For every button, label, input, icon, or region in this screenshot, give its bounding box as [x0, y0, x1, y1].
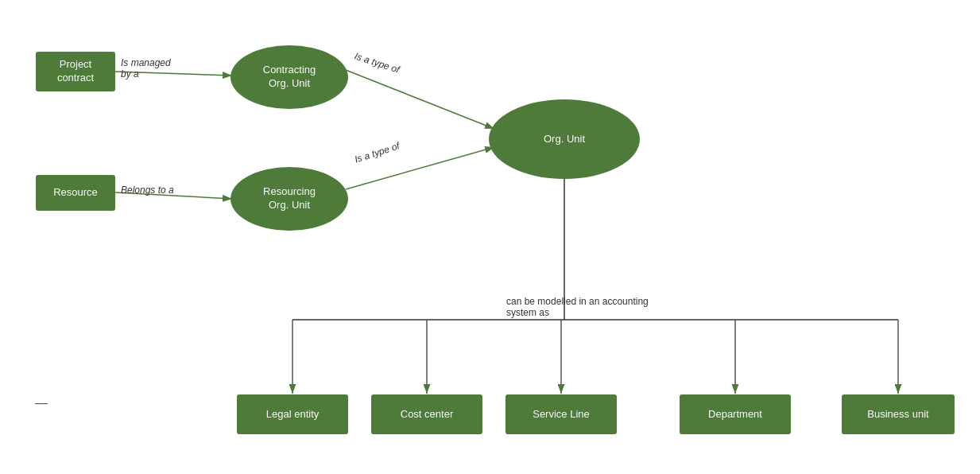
contracting-org-unit-node: ContractingOrg. Unit: [230, 45, 348, 109]
belongs-to-label: Belongs to a: [121, 185, 174, 196]
service-line-node: Service Line: [505, 394, 617, 434]
cost-center-node: Cost center: [371, 394, 482, 434]
is-type-of-resourcing-label: Is a type of: [353, 140, 401, 165]
is-type-of-contracting-label: Is a type of: [353, 50, 401, 75]
resource-node: Resource: [36, 175, 115, 211]
department-node: Department: [680, 394, 791, 434]
svg-line-3: [346, 70, 494, 129]
resourcing-org-unit-node: ResourcingOrg. Unit: [230, 167, 348, 231]
is-managed-label: Is managedby a: [121, 57, 171, 80]
business-unit-node: Business unit: [842, 394, 955, 434]
org-unit-node: Org. Unit: [489, 99, 640, 179]
can-be-modelled-label: can be modelled in an accountingsystem a…: [506, 296, 649, 318]
small-dash: —: [35, 396, 48, 410]
legal-entity-node: Legal entity: [237, 394, 348, 434]
project-contract-node: Project contract: [36, 52, 115, 91]
diagram: Project contract ContractingOrg. Unit Re…: [0, 0, 980, 474]
